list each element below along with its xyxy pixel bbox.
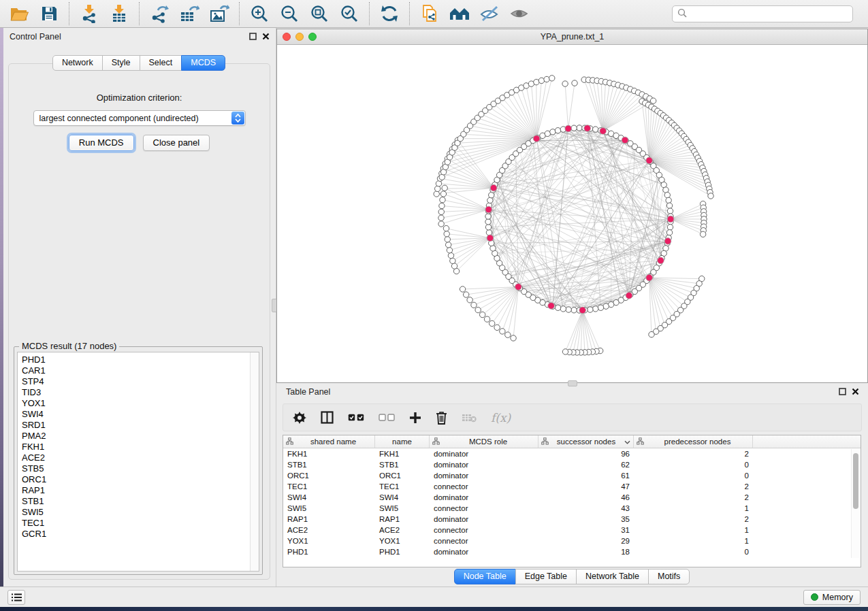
network-leaf-node[interactable] bbox=[494, 325, 500, 330]
show-all-icon[interactable] bbox=[509, 3, 530, 24]
import-network-icon[interactable] bbox=[78, 3, 100, 24]
table-settings-gear-icon[interactable] bbox=[293, 411, 306, 425]
mcds-hub-node[interactable] bbox=[565, 125, 572, 132]
mcds-hub-node[interactable] bbox=[600, 128, 607, 135]
open-session-icon[interactable] bbox=[8, 3, 30, 24]
mcds-result-item[interactable]: STB1 bbox=[22, 496, 259, 507]
table-row[interactable]: RAP1RAP1dominator352 bbox=[283, 514, 861, 525]
column-header-name[interactable]: name bbox=[375, 435, 430, 448]
mcds-hub-node[interactable] bbox=[667, 216, 674, 222]
table-row[interactable]: SWI5SWI5connector431 bbox=[283, 503, 861, 514]
mcds-hub-node[interactable] bbox=[626, 293, 632, 299]
mcds-list-scrollbar[interactable] bbox=[250, 352, 259, 571]
network-node[interactable] bbox=[571, 308, 577, 313]
show-columns-icon[interactable] bbox=[321, 411, 334, 424]
column-header-predecessor-nodes[interactable]: predecessor nodes bbox=[634, 435, 753, 448]
column-header-MCDS-role[interactable]: MCDS role bbox=[430, 435, 539, 448]
mcds-result-item[interactable]: FKH1 bbox=[22, 442, 259, 452]
network-leaf-node[interactable] bbox=[511, 335, 516, 341]
refresh-icon[interactable] bbox=[379, 3, 400, 24]
network-leaf-node[interactable] bbox=[479, 312, 485, 317]
zoom-fit-icon[interactable] bbox=[308, 3, 330, 24]
tab-select[interactable]: Select bbox=[140, 55, 182, 71]
mcds-result-item[interactable]: STP4 bbox=[22, 376, 259, 387]
close-panel-button[interactable]: Close panel bbox=[143, 135, 210, 151]
network-node[interactable] bbox=[555, 128, 560, 133]
network-node[interactable] bbox=[560, 306, 566, 312]
horizontal-splitter-handle[interactable] bbox=[568, 380, 577, 386]
add-column-icon[interactable] bbox=[409, 412, 421, 424]
function-builder-icon[interactable]: f(x) bbox=[491, 411, 511, 425]
table-scrollbar[interactable] bbox=[851, 449, 860, 558]
mcds-result-item[interactable]: SWI5 bbox=[22, 507, 259, 518]
mcds-hub-node[interactable] bbox=[646, 157, 653, 164]
network-leaf-node[interactable] bbox=[572, 80, 577, 86]
zoom-in-icon[interactable] bbox=[248, 3, 270, 24]
network-leaf-node[interactable] bbox=[650, 98, 656, 103]
network-node[interactable] bbox=[486, 230, 492, 235]
table-row[interactable]: PHD1PHD1dominator180 bbox=[283, 546, 861, 557]
tab-mcds[interactable]: MCDS bbox=[181, 55, 225, 71]
import-table-icon[interactable] bbox=[108, 3, 130, 24]
float-table-panel-icon[interactable] bbox=[839, 387, 846, 397]
tab-edge-table[interactable]: Edge Table bbox=[515, 569, 577, 584]
tab-style[interactable]: Style bbox=[102, 55, 140, 71]
run-mcds-button[interactable]: Run MCDS bbox=[69, 135, 134, 151]
mcds-result-list[interactable]: PHD1CAR1STP4TID3YOX1SWI4SRD1PMA2FKH1ACE2… bbox=[17, 352, 259, 572]
table-scrollbar-thumb[interactable] bbox=[853, 453, 858, 509]
tab-network-table[interactable]: Network Table bbox=[576, 569, 649, 584]
network-node[interactable] bbox=[550, 129, 556, 135]
network-leaf-node[interactable] bbox=[444, 231, 449, 237]
mcds-result-item[interactable]: CAR1 bbox=[22, 365, 259, 376]
network-window-titlebar[interactable]: YPA_prune.txt_1 bbox=[277, 29, 867, 45]
network-node[interactable] bbox=[666, 197, 671, 203]
export-network-icon[interactable] bbox=[148, 3, 170, 24]
mcds-hub-node[interactable] bbox=[548, 303, 555, 310]
mcds-result-item[interactable]: TID3 bbox=[22, 387, 259, 398]
save-session-icon[interactable] bbox=[38, 3, 60, 24]
network-leaf-node[interactable] bbox=[440, 197, 445, 203]
network-leaf-node[interactable] bbox=[505, 332, 511, 337]
memory-button[interactable]: Memory bbox=[803, 590, 861, 605]
network-leaf-node[interactable] bbox=[539, 78, 544, 83]
network-node[interactable] bbox=[664, 192, 670, 197]
network-node[interactable] bbox=[485, 219, 491, 225]
first-neighbors-icon[interactable] bbox=[449, 3, 470, 24]
mcds-hub-node[interactable] bbox=[487, 235, 494, 242]
criterion-dropdown[interactable]: largest connected component (undirected) bbox=[33, 110, 246, 126]
network-leaf-node[interactable] bbox=[445, 237, 450, 242]
network-node[interactable] bbox=[571, 125, 577, 131]
network-leaf-node[interactable] bbox=[649, 331, 654, 337]
network-leaf-node[interactable] bbox=[448, 252, 453, 258]
network-node[interactable] bbox=[485, 214, 491, 219]
network-node[interactable] bbox=[566, 307, 571, 312]
network-canvas[interactable] bbox=[277, 45, 867, 382]
table-row[interactable]: TEC1TEC1connector472 bbox=[283, 481, 861, 492]
mcds-hub-node[interactable] bbox=[584, 125, 591, 132]
network-leaf-node[interactable] bbox=[447, 248, 452, 253]
network-leaf-node[interactable] bbox=[451, 263, 457, 269]
tab-motifs[interactable]: Motifs bbox=[648, 569, 690, 584]
delete-column-icon[interactable] bbox=[436, 411, 447, 425]
table-row[interactable]: ORC1ORC1dominator610 bbox=[283, 470, 861, 481]
network-leaf-node[interactable] bbox=[442, 185, 447, 191]
mcds-result-item[interactable]: STB5 bbox=[22, 463, 259, 474]
network-node[interactable] bbox=[666, 230, 672, 235]
network-leaf-node[interactable] bbox=[489, 320, 494, 326]
network-leaf-node[interactable] bbox=[708, 193, 713, 199]
zoom-out-icon[interactable] bbox=[278, 3, 300, 24]
network-leaf-node[interactable] bbox=[549, 76, 555, 81]
network-leaf-node[interactable] bbox=[484, 316, 489, 322]
export-table-icon[interactable] bbox=[178, 3, 200, 24]
mcds-result-item[interactable]: TEC1 bbox=[22, 518, 259, 529]
network-leaf-node[interactable] bbox=[434, 191, 439, 197]
network-leaf-node[interactable] bbox=[562, 349, 568, 354]
table-row[interactable]: YOX1YOX1connector291 bbox=[283, 535, 861, 546]
network-leaf-node[interactable] bbox=[460, 286, 465, 292]
mcds-hub-node[interactable] bbox=[515, 284, 522, 291]
network-leaf-node[interactable] bbox=[438, 209, 444, 214]
mcds-result-item[interactable]: GCR1 bbox=[22, 529, 259, 540]
mcds-hub-node[interactable] bbox=[622, 137, 628, 144]
mcds-hub-node[interactable] bbox=[664, 238, 671, 245]
tab-node-table[interactable]: Node Table bbox=[454, 569, 516, 584]
